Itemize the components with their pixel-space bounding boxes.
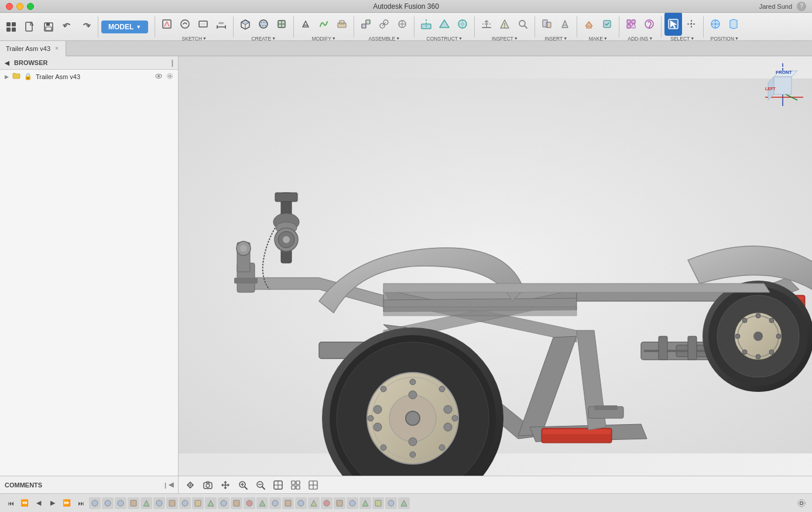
maximize-button[interactable]	[27, 3, 34, 10]
tl-item-9[interactable]	[192, 497, 204, 509]
tl-item-19[interactable]	[321, 497, 333, 509]
select-button-2[interactable]	[683, 12, 700, 36]
tl-item-1[interactable]	[89, 497, 101, 509]
svg-point-159	[206, 484, 210, 487]
assemble-icon3	[396, 18, 408, 30]
viewport[interactable]: FRONT LEFT	[179, 56, 812, 476]
help-icon[interactable]: ?	[797, 2, 806, 11]
tl-item-11[interactable]	[218, 497, 229, 509]
browser-item-row[interactable]: ▶ 🔒 Trailer Asm v43	[0, 70, 178, 83]
tl-item-3[interactable]	[115, 497, 126, 509]
pan-button[interactable]	[218, 478, 232, 492]
modify-button-3[interactable]	[333, 12, 351, 36]
svg-marker-17	[241, 20, 249, 25]
tab-close-button[interactable]: ×	[54, 45, 60, 52]
timeline-play[interactable]: ▶	[47, 497, 59, 509]
sidebar-collapse-icon[interactable]: ◀	[5, 60, 9, 66]
svg-point-71	[169, 75, 171, 77]
position-button-1[interactable]	[707, 12, 724, 36]
file-button[interactable]	[21, 15, 39, 39]
modify-button-1[interactable]	[297, 12, 314, 36]
insert-button-2[interactable]	[556, 12, 574, 36]
minimize-button[interactable]	[16, 3, 23, 10]
comments-collapse-icon[interactable]: ◀	[169, 481, 173, 489]
tl-item-7[interactable]	[166, 497, 178, 509]
assemble-button-2[interactable]	[375, 12, 393, 36]
inspect-button-3[interactable]	[514, 12, 532, 36]
tl-item-13[interactable]	[244, 497, 255, 509]
tl-item-14[interactable]	[256, 497, 268, 509]
position-icon	[710, 18, 721, 30]
tl-item-20[interactable]	[334, 497, 345, 509]
nav-cube[interactable]: FRONT LEFT	[759, 62, 806, 109]
create-button-3[interactable]	[273, 12, 290, 36]
zoom-fit-button[interactable]	[253, 478, 268, 492]
camera-button[interactable]	[201, 478, 215, 492]
model-button[interactable]: MODEL ▼	[101, 21, 148, 33]
inspect-button-2[interactable]	[496, 12, 513, 36]
tl-item-21[interactable]	[347, 497, 358, 509]
construct-icon2	[438, 18, 450, 30]
assemble-button-3[interactable]	[393, 12, 411, 36]
tl-item-5[interactable]	[141, 497, 152, 509]
redo-button[interactable]	[77, 15, 95, 39]
make-button-2[interactable]	[598, 12, 616, 36]
make-button-1[interactable]	[580, 12, 598, 36]
app-grid-button[interactable]	[2, 15, 20, 39]
timeline-play-back[interactable]: ◀	[33, 497, 44, 509]
modify-button-2[interactable]	[315, 12, 333, 36]
viewport-layout-button[interactable]	[306, 478, 320, 492]
tl-item-17[interactable]	[295, 497, 307, 509]
position-button-2[interactable]	[725, 12, 742, 36]
construct-button-1[interactable]	[417, 12, 435, 36]
timeline-step-forward[interactable]: ⏩	[61, 497, 73, 509]
tl-item-18[interactable]	[308, 497, 320, 509]
sidebar-pin-icon[interactable]: |	[172, 59, 173, 67]
tl-item-6[interactable]	[153, 497, 165, 509]
addins-button-1[interactable]	[622, 12, 640, 36]
expand-icon[interactable]: ▶	[5, 74, 9, 80]
tl-item-15[interactable]	[269, 497, 281, 509]
sketch-button-4[interactable]: abc	[213, 12, 230, 36]
inspect-button-1[interactable]	[478, 12, 495, 36]
undo-button[interactable]	[59, 15, 76, 39]
construct-button-3[interactable]	[454, 12, 471, 36]
orient-button[interactable]	[183, 478, 197, 492]
create-button-1[interactable]	[237, 12, 254, 36]
assemble-button-1[interactable]	[357, 12, 375, 36]
tl-item-10[interactable]	[205, 497, 217, 509]
comments-pin-icon[interactable]: |	[165, 482, 166, 489]
close-button[interactable]	[6, 3, 13, 10]
tl-item-25[interactable]	[398, 497, 410, 509]
create-button-2[interactable]	[255, 12, 272, 36]
display-mode-button[interactable]	[271, 478, 285, 492]
construct-button-2[interactable]	[436, 12, 453, 36]
tl-item-8[interactable]	[179, 497, 191, 509]
tl-item-23[interactable]	[372, 497, 384, 509]
save-button[interactable]	[40, 15, 57, 39]
grid-display-button[interactable]	[289, 478, 303, 492]
timeline-settings-button[interactable]	[796, 497, 807, 509]
svg-point-197	[350, 500, 355, 506]
timeline-skip-end[interactable]: ⏭	[75, 497, 87, 509]
timeline-skip-back[interactable]: ⏮	[5, 497, 16, 509]
tl-item-4[interactable]	[128, 497, 139, 509]
tl-item-2[interactable]	[102, 497, 114, 509]
insert-button-1[interactable]	[538, 12, 556, 36]
item-settings-icon[interactable]	[166, 73, 173, 81]
active-tab[interactable]: Trailer Asm v43 ×	[0, 41, 66, 56]
tl-item-24[interactable]	[385, 497, 397, 509]
save-icon	[43, 21, 54, 33]
tl-item-12[interactable]	[231, 497, 242, 509]
sketch-button-1[interactable]	[158, 12, 176, 36]
tl-item-16[interactable]	[282, 497, 294, 509]
timeline-step-back[interactable]: ⏪	[19, 497, 30, 509]
select-button-1[interactable]	[664, 12, 682, 36]
sketch-button-2[interactable]	[176, 12, 194, 36]
zoom-button[interactable]	[236, 478, 250, 492]
addins-button-2[interactable]	[640, 12, 658, 36]
eye-icon[interactable]	[155, 72, 163, 81]
tl-item-22[interactable]	[359, 497, 371, 509]
sketch-button-3[interactable]	[194, 12, 212, 36]
username[interactable]: Jared Sund	[759, 3, 792, 10]
